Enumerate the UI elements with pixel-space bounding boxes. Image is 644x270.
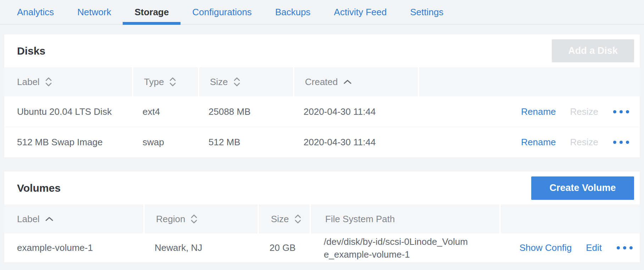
volumes-column-actions (499, 204, 640, 234)
disks-column-created-sort[interactable]: Created (293, 67, 418, 96)
volumes-panel: Volumes Create Volume Label Region Size … (4, 171, 640, 262)
disk-created-cell: 2020-04-30 11:44 (293, 106, 418, 117)
edit-link[interactable]: Edit (586, 242, 602, 253)
table-row-disk-swap: 512 MB Swap Image swap 512 MB 2020-04-30… (4, 127, 640, 157)
tab-label: Storage (134, 7, 169, 18)
volumes-column-label-sort[interactable]: Label (4, 204, 143, 234)
sort-chevrons-icon (294, 214, 302, 224)
rename-link[interactable]: Rename (521, 137, 556, 148)
create-volume-button[interactable]: Create Volume (531, 176, 634, 200)
column-header-text: File System Path (325, 214, 395, 225)
disk-row-actions: Rename Resize (418, 106, 640, 117)
volumes-column-size-sort[interactable]: Size (257, 204, 310, 234)
tab-storage[interactable]: Storage (123, 0, 181, 24)
ellipsis-icon[interactable] (612, 108, 630, 116)
sort-chevrons-icon (233, 77, 241, 87)
volumes-column-path: File System Path (310, 204, 499, 234)
column-header-text: Created (305, 77, 338, 88)
disks-table-header: Label Type Size Created (4, 67, 640, 96)
sort-chevrons-icon (169, 77, 177, 87)
disk-type-cell: ext4 (132, 106, 198, 117)
tab-label: Activity Feed (334, 7, 387, 18)
column-header-text: Label (17, 214, 40, 225)
disks-panel-header: Disks Add a Disk (4, 34, 640, 67)
volumes-panel-header: Volumes Create Volume (4, 171, 640, 204)
volume-size-cell: 20 GB (257, 242, 310, 253)
table-row-volume-example: example-volume-1 Newark, NJ 20 GB /dev/d… (4, 234, 640, 262)
column-header-text: Size (271, 214, 289, 225)
table-row-disk-ubuntu: Ubuntu 20.04 LTS Disk ext4 25088 MB 2020… (4, 96, 640, 127)
tab-label: Backups (275, 7, 311, 18)
add-disk-button[interactable]: Add a Disk (552, 39, 634, 62)
disk-size-cell: 25088 MB (198, 106, 293, 117)
disks-column-size-sort[interactable]: Size (198, 67, 293, 96)
resize-link-disabled[interactable]: Resize (570, 137, 598, 148)
show-config-link[interactable]: Show Config (520, 242, 572, 253)
volume-row-actions: Show Config Edit (499, 242, 640, 253)
disks-column-type-sort[interactable]: Type (132, 67, 198, 96)
sort-ascending-caret-icon (45, 216, 54, 222)
tab-label: Analytics (17, 7, 54, 18)
column-header-text: Type (144, 77, 164, 88)
disk-row-actions: Rename Resize (418, 137, 640, 148)
disk-type-cell: swap (132, 137, 198, 148)
tab-activity-feed[interactable]: Activity Feed (322, 0, 399, 24)
tab-network[interactable]: Network (66, 0, 123, 24)
ellipsis-icon[interactable] (612, 139, 630, 146)
disks-title: Disks (17, 45, 45, 57)
disks-panel: Disks Add a Disk Label Type Size Created… (4, 34, 640, 157)
volumes-table-header: Label Region Size File System Path (4, 204, 640, 234)
tab-configurations[interactable]: Configurations (181, 0, 263, 24)
column-header-text: Size (210, 77, 228, 88)
linode-detail-tabbar: Analytics Network Storage Configurations… (0, 0, 644, 25)
disks-column-label-sort[interactable]: Label (4, 67, 132, 96)
column-header-text: Label (17, 77, 40, 88)
resize-link-disabled[interactable]: Resize (570, 106, 598, 117)
disks-column-actions (418, 67, 640, 96)
sort-ascending-caret-icon (343, 79, 352, 85)
tab-settings[interactable]: Settings (398, 0, 455, 24)
column-header-text: Region (156, 214, 185, 225)
disk-created-cell: 2020-04-30 11:44 (293, 137, 418, 148)
tab-label: Settings (410, 7, 443, 18)
sort-chevrons-icon (45, 77, 52, 87)
disk-label-cell: 512 MB Swap Image (4, 137, 132, 148)
tab-label: Configurations (192, 7, 252, 18)
volume-path-cell: /dev/disk/by-id/scsi-0Linode_Volume_exam… (310, 235, 499, 261)
disk-label-cell: Ubuntu 20.04 LTS Disk (4, 106, 132, 117)
tab-analytics[interactable]: Analytics (5, 0, 66, 24)
volumes-column-region-sort[interactable]: Region (143, 204, 257, 234)
ellipsis-icon[interactable] (616, 244, 633, 252)
tab-label: Network (77, 7, 111, 18)
volume-label-cell: example-volume-1 (4, 242, 143, 253)
volumes-title: Volumes (17, 182, 61, 194)
volume-region-cell: Newark, NJ (143, 242, 257, 253)
file-system-path-text: /dev/disk/by-id/scsi-0Linode_Volume_exam… (324, 235, 472, 261)
tab-backups[interactable]: Backups (263, 0, 322, 24)
rename-link[interactable]: Rename (521, 106, 556, 117)
sort-chevrons-icon (190, 214, 198, 224)
disk-size-cell: 512 MB (198, 137, 293, 148)
